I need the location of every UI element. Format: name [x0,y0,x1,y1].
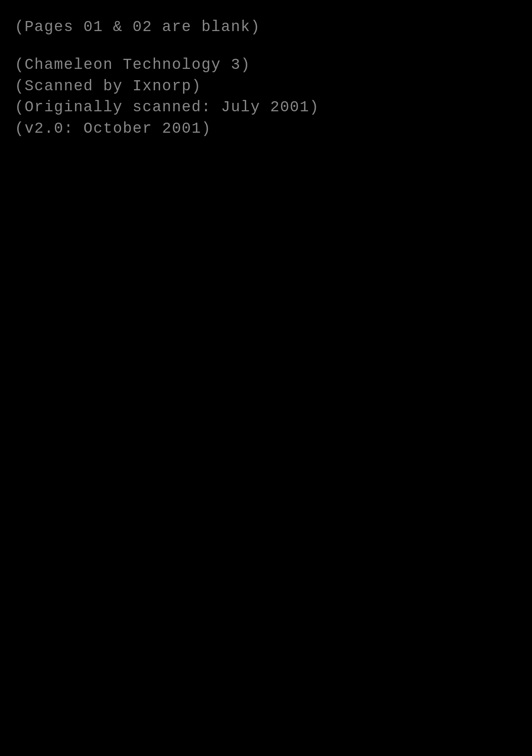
line-chameleon-tech: (Chameleon Technology 3) [15,55,517,76]
line-pages-blank: (Pages 01 & 02 are blank) [15,17,517,38]
page-container: (Pages 01 & 02 are blank) (Chameleon Tec… [0,0,532,756]
line-scanned-by: (Scanned by Ixnorp) [15,76,517,97]
line-originally-scanned: (Originally scanned: July 2001) [15,97,517,118]
metadata-block: (Chameleon Technology 3) (Scanned by Ixn… [15,55,517,139]
text-block: (Pages 01 & 02 are blank) [15,17,517,38]
line-version: (v2.0: October 2001) [15,118,517,139]
